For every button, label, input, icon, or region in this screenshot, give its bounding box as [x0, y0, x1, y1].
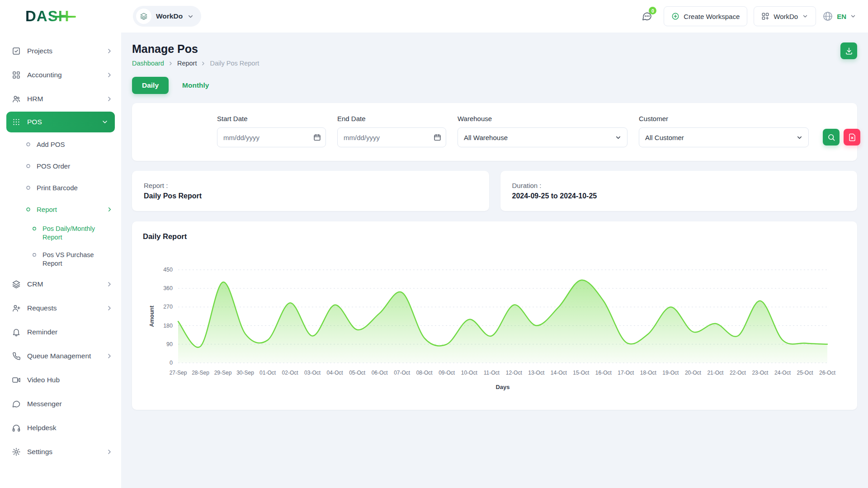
sidebar-subsubitem-label: Pos Daily/Monthly Report	[42, 225, 110, 242]
tab-daily[interactable]: Daily	[132, 77, 169, 94]
sidebar-item-label: Requests	[27, 304, 57, 312]
chevron-right-icon	[106, 305, 113, 312]
sidebar-subitem-report[interactable]: Report	[0, 198, 121, 220]
stack-icon	[140, 12, 148, 20]
sidebar-item-pos[interactable]: POS	[6, 112, 115, 132]
start-date-label: Start Date	[217, 115, 326, 122]
calendar-icon[interactable]	[313, 134, 321, 141]
download-button[interactable]	[840, 42, 857, 59]
sidebar-subsubitem-pos-daily-monthly-report[interactable]: Pos Daily/Monthly Report	[0, 220, 121, 246]
sidebar-subitem-print-barcode[interactable]: Print Barcode	[0, 177, 121, 198]
sidebar-item-label: Reminder	[27, 328, 57, 336]
workspace-name: WorkDo	[156, 12, 183, 20]
sidebar-item-crm[interactable]: CRM	[0, 272, 121, 296]
sidebar-item-queue-management[interactable]: Queue Management	[0, 344, 121, 368]
sidebar-subitem-add-pos[interactable]: Add POS	[0, 133, 121, 155]
sidebar-item-messenger[interactable]: Messenger	[0, 392, 121, 416]
chevron-right-icon	[106, 206, 113, 213]
x-tick-label: 02-Oct	[282, 370, 299, 376]
chart-card: Daily Report 09018027036045027-Sep28-Sep…	[132, 221, 857, 410]
app-logo[interactable]: DASH	[25, 8, 70, 25]
duration-summary-value: 2024-09-25 to 2024-10-25	[512, 192, 846, 200]
start-date-input[interactable]	[217, 127, 326, 147]
x-tick-label: 04-Oct	[327, 370, 344, 376]
bullet-icon	[25, 163, 31, 169]
summary-row: Report : Daily Pos Report Duration : 202…	[132, 171, 857, 211]
sidebar-item-label: POS	[27, 118, 42, 126]
breadcrumb-dashboard[interactable]: Dashboard	[132, 60, 164, 67]
requests-icon	[12, 304, 21, 313]
bullet-icon	[25, 206, 31, 212]
x-tick-label: 23-Oct	[752, 370, 769, 376]
x-tick-label: 07-Oct	[394, 370, 410, 376]
warehouse-select[interactable]: All Warehouse	[458, 127, 627, 147]
sidebar-item-video-hub[interactable]: Video Hub	[0, 368, 121, 392]
x-tick-label: 22-Oct	[730, 370, 746, 376]
sidebar-subitem-pos-order[interactable]: POS Order	[0, 155, 121, 177]
x-tick-label: 17-Oct	[618, 370, 634, 376]
x-tick-label: 25-Oct	[797, 370, 813, 376]
sidebar-item-hrm[interactable]: HRM	[0, 87, 121, 111]
filter-search-button[interactable]	[823, 129, 840, 145]
language-label: EN	[837, 13, 846, 20]
accounting-icon	[12, 70, 21, 80]
messages-button[interactable]: 0	[637, 6, 657, 27]
x-tick-label: 29-Sep	[214, 370, 232, 376]
logo-area: DASH	[0, 0, 121, 33]
workspace-switcher[interactable]: WorkDo	[133, 6, 201, 27]
x-tick-label: 08-Oct	[416, 370, 433, 376]
messenger-icon	[12, 399, 21, 408]
chevron-down-icon	[802, 13, 808, 19]
sidebar-item-settings[interactable]: Settings	[0, 440, 121, 464]
x-tick-label: 01-Oct	[259, 370, 276, 376]
chart-area-fill	[178, 280, 827, 363]
language-selector[interactable]: EN	[822, 11, 856, 22]
sidebar-item-label: Accounting	[27, 71, 62, 79]
sidebar-item-helpdesk[interactable]: Helpdesk	[0, 416, 121, 440]
messages-badge: 0	[649, 7, 656, 14]
bullet-icon	[32, 252, 37, 258]
sidebar-item-requests[interactable]: Requests	[0, 296, 121, 320]
x-axis-label: Days	[495, 384, 509, 390]
warehouse-selected-value: All Warehouse	[464, 134, 508, 141]
tab-monthly[interactable]: Monthly	[180, 77, 211, 94]
user-menu[interactable]: WorkDo	[754, 6, 816, 26]
chevron-down-icon	[187, 13, 194, 20]
sidebar: DASH ProjectsAccountingHRMPOSAdd POSPOS …	[0, 0, 121, 488]
y-tick-label: 360	[163, 285, 173, 291]
customer-label: Customer	[639, 115, 809, 122]
x-tick-label: 11-Oct	[484, 370, 500, 376]
sidebar-subitem-label: POS Order	[37, 162, 70, 170]
end-date-field: End Date	[337, 115, 446, 147]
x-tick-label: 15-Oct	[573, 370, 590, 376]
globe-icon	[822, 11, 833, 22]
create-workspace-button[interactable]: Create Workspace	[664, 6, 747, 26]
warehouse-label: Warehouse	[458, 115, 627, 122]
sidebar-subsubitem-pos-vs-purchase-report[interactable]: Pos VS Purchase Report	[0, 246, 121, 272]
sidebar-item-accounting[interactable]: Accounting	[0, 63, 121, 87]
x-tick-label: 05-Oct	[349, 370, 366, 376]
x-tick-label: 21-Oct	[707, 370, 724, 376]
customer-select[interactable]: All Customer	[639, 127, 809, 147]
breadcrumb-report: Report	[177, 60, 197, 67]
plus-circle-icon	[671, 12, 679, 20]
report-summary-value: Daily Pos Report	[144, 192, 477, 200]
daily-report-chart: 09018027036045027-Sep28-Sep29-Sep30-Sep0…	[143, 244, 846, 404]
x-tick-label: 27-Sep	[170, 370, 187, 376]
create-workspace-label: Create Workspace	[684, 13, 740, 20]
x-tick-label: 24-Oct	[774, 370, 791, 376]
chevron-down-icon	[615, 134, 622, 141]
chevron-down-icon	[101, 118, 108, 126]
sidebar-item-reminder[interactable]: Reminder	[0, 320, 121, 344]
workspace-avatar	[136, 9, 151, 24]
pos-icon	[12, 117, 21, 127]
calendar-icon[interactable]	[434, 134, 441, 141]
hrm-icon	[12, 94, 21, 103]
x-tick-label: 19-Oct	[662, 370, 679, 376]
chevron-right-icon	[200, 61, 206, 66]
chart-title: Daily Report	[143, 232, 846, 241]
end-date-input[interactable]	[337, 127, 446, 147]
sidebar-item-projects[interactable]: Projects	[0, 39, 121, 63]
user-menu-label: WorkDo	[774, 13, 798, 20]
filter-reset-button[interactable]	[844, 129, 860, 145]
